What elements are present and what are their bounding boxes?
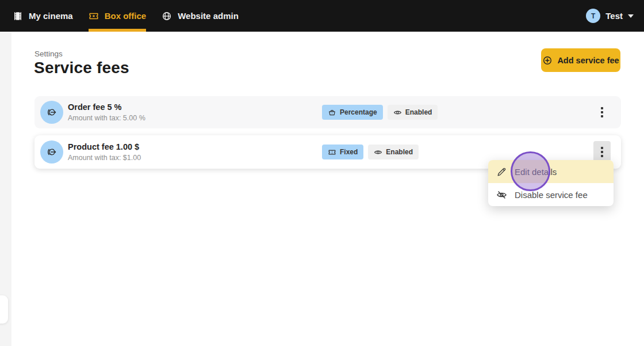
type-badge-label: Percentage bbox=[340, 108, 377, 116]
service-fee-title: Product fee 1.00 $ bbox=[68, 142, 141, 151]
nav-item-label: My cinema bbox=[29, 11, 73, 21]
plus-circle-icon bbox=[542, 55, 553, 66]
menu-item-label: Edit details bbox=[515, 167, 557, 177]
kebab-icon bbox=[601, 107, 603, 109]
service-fee-title: Order fee 5 % bbox=[68, 102, 145, 112]
service-fee-avatar bbox=[40, 140, 63, 164]
nav-item-label: Box office bbox=[105, 11, 147, 21]
type-badge-label: Fixed bbox=[340, 148, 358, 156]
nav-item-box-office[interactable]: Box office bbox=[89, 0, 147, 32]
status-badge-label: Enabled bbox=[405, 108, 432, 116]
top-navbar: My cinema Box office Website admin T Tes… bbox=[0, 0, 644, 32]
row-context-menu: Edit details Disable service fee bbox=[488, 160, 614, 206]
badge-group: Percentage Enabled bbox=[322, 105, 438, 120]
badge-group: Fixed Enabled bbox=[322, 145, 419, 159]
service-fee-text: Product fee 1.00 $ Amount with tax: $1.0… bbox=[68, 142, 141, 162]
type-badge: Percentage bbox=[322, 105, 383, 120]
type-badge: Fixed bbox=[322, 145, 363, 159]
nav-item-my-cinema[interactable]: My cinema bbox=[13, 0, 73, 32]
avatar: T bbox=[586, 9, 600, 23]
menu-item-disable-service-fee[interactable]: Disable service fee bbox=[488, 183, 614, 206]
status-badge-label: Enabled bbox=[386, 148, 413, 156]
edge-widget bbox=[0, 295, 8, 324]
ticket-icon bbox=[89, 11, 99, 21]
nav-item-website-admin[interactable]: Website admin bbox=[162, 0, 239, 32]
eye-icon bbox=[393, 108, 402, 117]
chevron-down-icon bbox=[628, 14, 634, 18]
menu-item-edit-details[interactable]: Edit details bbox=[488, 160, 614, 183]
eye-off-icon bbox=[496, 189, 507, 200]
breadcrumb: Settings bbox=[34, 50, 63, 58]
kebab-icon bbox=[601, 147, 603, 149]
service-fee-text: Order fee 5 % Amount with tax: 5.00 % bbox=[68, 102, 145, 122]
status-badge: Enabled bbox=[388, 105, 438, 120]
user-name: Test bbox=[605, 11, 623, 21]
service-fee-subtitle: Amount with tax: $1.00 bbox=[68, 154, 141, 162]
page-title: Service fees bbox=[34, 59, 129, 77]
user-menu[interactable]: T Test bbox=[586, 0, 634, 32]
globe-icon bbox=[162, 11, 172, 21]
basket-icon bbox=[328, 108, 336, 117]
fee-arrow-icon bbox=[45, 106, 58, 119]
pencil-icon bbox=[496, 166, 507, 177]
add-service-fee-button[interactable]: Add service fee bbox=[541, 48, 620, 72]
add-service-fee-label: Add service fee bbox=[557, 56, 619, 65]
menu-item-label: Disable service fee bbox=[515, 190, 588, 200]
status-badge: Enabled bbox=[368, 145, 419, 159]
ticket-icon bbox=[328, 148, 336, 157]
nav-item-label: Website admin bbox=[178, 11, 239, 21]
fee-arrow-icon bbox=[45, 146, 58, 158]
service-fee-avatar bbox=[40, 101, 63, 124]
service-fee-row: Order fee 5 % Amount with tax: 5.00 % Pe… bbox=[34, 96, 621, 128]
service-fee-subtitle: Amount with tax: 5.00 % bbox=[68, 114, 145, 122]
row-menu-button[interactable] bbox=[593, 101, 611, 123]
film-icon bbox=[13, 11, 23, 21]
eye-icon bbox=[374, 148, 382, 157]
